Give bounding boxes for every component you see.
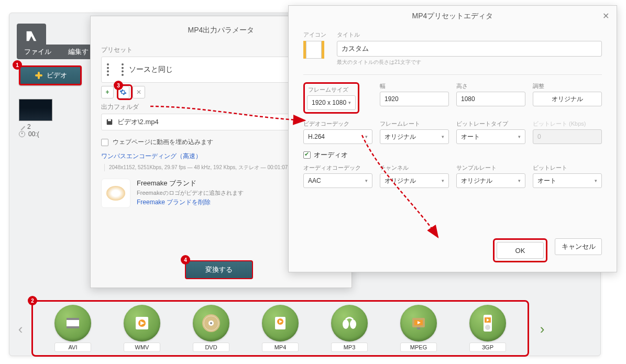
- audio-label: オーディオ: [314, 150, 348, 160]
- title-hint: 最大のタイトルの長さは21文字です: [337, 59, 602, 66]
- file-time: 00:(: [28, 130, 39, 138]
- badge-4: 4: [181, 255, 190, 264]
- bitrate-input: 0: [533, 129, 602, 144]
- cancel-button[interactable]: キャンセル: [555, 238, 602, 255]
- vcodec-select[interactable]: H.264: [303, 129, 372, 144]
- acodec-value: AAC: [308, 177, 321, 184]
- width-input[interactable]: 1920: [380, 92, 449, 106]
- format-mpeg[interactable]: MPEG: [400, 305, 437, 352]
- svg-rect-24: [108, 119, 111, 122]
- save-icon: [106, 118, 113, 126]
- mp3-icon: [339, 313, 360, 334]
- svg-point-9: [210, 322, 212, 324]
- convert-button[interactable]: 変換する: [185, 260, 253, 279]
- plus-icon: [34, 71, 43, 80]
- menu-file[interactable]: ファイル: [24, 47, 51, 57]
- fmt-label: DVD: [193, 343, 229, 352]
- format-mp4[interactable]: MP4: [262, 305, 299, 352]
- svg-point-22: [485, 325, 490, 330]
- title-input[interactable]: [337, 41, 602, 57]
- menu-edit[interactable]: 編集す: [68, 47, 89, 57]
- preset-main-text: ソースと同じ: [129, 65, 309, 74]
- thumbnail: [19, 99, 52, 121]
- fmt-label: WMV: [124, 343, 160, 352]
- format-row: AVI WMV DVD MP4 MP3 MPEG 3GP: [31, 300, 529, 357]
- dialog2-title: MP4プリセットエディタ: [412, 12, 493, 21]
- pencil-icon: [18, 123, 25, 130]
- width-label: 幅: [380, 82, 449, 90]
- framerate-select[interactable]: オリジナル: [380, 129, 449, 144]
- fmt-label: 3GP: [469, 343, 506, 352]
- fmt-label: AVI: [54, 343, 91, 352]
- format-mp3[interactable]: MP3: [331, 305, 368, 352]
- wmv-icon: [133, 314, 151, 333]
- 3gp-icon: [478, 313, 497, 334]
- badge-1: 1: [13, 60, 22, 70]
- channels-label: チャンネル: [380, 164, 449, 172]
- ok-button[interactable]: OK: [497, 242, 544, 259]
- brand-remove-link[interactable]: Freemake ブランドを削除: [137, 198, 211, 206]
- height-input[interactable]: 1080: [456, 92, 525, 106]
- brand-desc: Freemakeのロゴがビデオに追加されます: [137, 189, 244, 197]
- mpeg-icon: [408, 313, 429, 334]
- fmt-label: MP4: [262, 343, 299, 352]
- dvd-icon: [200, 312, 222, 334]
- abitrate-label: ビットレート: [533, 164, 602, 172]
- abitrate-select[interactable]: オート: [533, 173, 602, 188]
- frame-size-value: 1920 x 1080: [312, 99, 346, 106]
- brand-title: Freemake ブランド: [137, 179, 244, 188]
- output-folder-text: ビデオ\2.mp4: [117, 117, 159, 127]
- preset-add-button[interactable]: +: [101, 86, 114, 98]
- dialog2-titlebar: MP4プリセットエディタ ✕: [289, 6, 617, 27]
- preset-icon[interactable]: [303, 41, 324, 59]
- svg-point-13: [343, 319, 349, 329]
- embed-checkbox[interactable]: [101, 139, 108, 146]
- format-dvd[interactable]: DVD: [193, 305, 229, 352]
- brtype-value: オート: [461, 133, 480, 141]
- adjust-button[interactable]: オリジナル: [533, 92, 602, 106]
- svg-point-14: [350, 319, 356, 329]
- acodec-select[interactable]: AAC: [303, 173, 372, 188]
- format-avi[interactable]: AVI: [54, 305, 91, 352]
- format-3gp[interactable]: 3GP: [469, 305, 506, 352]
- srate-select[interactable]: オリジナル: [456, 173, 525, 188]
- frame-size-select[interactable]: 1920 x 1080: [307, 95, 356, 110]
- avi-icon: [63, 314, 82, 333]
- preset-delete-button[interactable]: ✕: [133, 86, 145, 98]
- svg-rect-18: [417, 327, 420, 329]
- mp4-icon: [271, 314, 290, 333]
- svg-rect-1: [67, 318, 79, 320]
- file-count: 2: [27, 123, 31, 130]
- fmt-label: MPEG: [400, 343, 437, 352]
- vcodec-label: ビデオコーデック: [303, 120, 372, 128]
- badge-2: 2: [28, 296, 37, 305]
- dialog2-close-button[interactable]: ✕: [602, 11, 609, 21]
- icon-label: アイコン: [303, 31, 328, 39]
- srate-value: オリジナル: [461, 177, 492, 185]
- app-logo-icon: [24, 29, 39, 43]
- preset-editor-dialog: MP4プリセットエディタ ✕ アイコン タイトル 最大のタイトルの長さは21文字…: [288, 5, 617, 272]
- fmt-label: MP3: [331, 343, 368, 352]
- channels-value: オリジナル: [385, 177, 416, 185]
- formats-nav-left[interactable]: ‹: [15, 319, 26, 338]
- clock-icon: [19, 131, 25, 137]
- file-item[interactable]: 2 00:(: [19, 99, 87, 136]
- acodec-label: オーディオコーデック: [303, 164, 372, 172]
- video-button-label: ビデオ: [47, 71, 67, 80]
- embed-label: ウェブページに動画を埋め込みます: [113, 138, 213, 147]
- vcodec-value: H.264: [308, 133, 325, 140]
- formats-nav-right[interactable]: ›: [536, 319, 548, 338]
- height-label: 高さ: [456, 82, 525, 90]
- svg-rect-2: [67, 326, 79, 328]
- film-icon: [107, 63, 124, 76]
- format-wmv[interactable]: WMV: [124, 305, 160, 352]
- audio-checkbox-row[interactable]: オーディオ: [303, 150, 602, 160]
- audio-checkbox[interactable]: [303, 151, 311, 159]
- brand-icon: [101, 179, 130, 208]
- add-video-button[interactable]: ビデオ: [19, 65, 82, 85]
- encoding-link[interactable]: ワンパスエンコーディング（高速）: [101, 152, 202, 160]
- brtype-select[interactable]: オート: [456, 129, 525, 144]
- framerate-value: オリジナル: [385, 133, 416, 141]
- channels-select[interactable]: オリジナル: [380, 173, 449, 188]
- title-label: タイトル: [337, 31, 602, 39]
